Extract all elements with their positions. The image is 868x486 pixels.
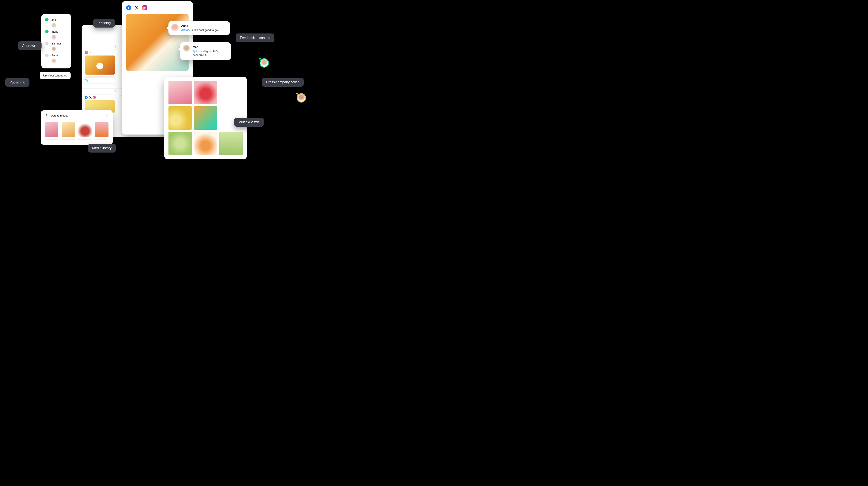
avatar (52, 23, 56, 28)
grid-tile[interactable] (194, 132, 217, 155)
calendar-date: 9 (115, 90, 116, 93)
approval-item[interactable]: Samuel (45, 42, 67, 45)
pending-icon (45, 42, 49, 45)
grid-view-card (164, 77, 247, 159)
tag-approvals: Approvals (18, 41, 41, 50)
approval-item[interactable]: Jack (45, 18, 67, 22)
tag-cross-company: Cross-company collab (262, 78, 304, 87)
upload-icon[interactable] (45, 114, 48, 118)
comment-bubble[interactable]: Anna @Mark is this post good to go? (168, 21, 230, 35)
media-library-card: Upload media ✕ (41, 110, 113, 145)
x-icon[interactable] (134, 5, 139, 10)
media-item[interactable] (79, 122, 92, 140)
calendar-cell[interactable]: 2 (82, 44, 118, 88)
approval-item[interactable]: Ingrid (45, 30, 67, 33)
media-item[interactable] (45, 122, 58, 140)
avatar (52, 47, 56, 52)
collab-cursor (297, 93, 306, 102)
upload-media-label: Upload media (51, 114, 68, 117)
avatar (183, 45, 190, 53)
calendar-date: 2 (115, 45, 116, 48)
check-icon (45, 18, 49, 22)
collab-cursor (259, 58, 269, 68)
caption-placeholder (85, 76, 115, 77)
tag-feedback: Feedback in context (236, 33, 274, 42)
grid-tile[interactable] (168, 81, 192, 104)
instagram-icon (93, 96, 96, 99)
clock-icon (43, 74, 46, 77)
svg-point-1 (86, 52, 87, 53)
instagram-icon (85, 51, 88, 54)
svg-point-4 (94, 97, 95, 98)
pending-icon (45, 54, 49, 57)
grid-tile[interactable] (168, 132, 192, 155)
instagram-icon[interactable] (142, 5, 147, 10)
media-grid (168, 81, 243, 155)
approval-item[interactable]: Anne (45, 54, 67, 57)
grid-tile[interactable] (194, 106, 217, 130)
grid-tile[interactable] (168, 106, 192, 130)
post-network-icons (85, 51, 115, 54)
approvals-card: Jack Ingrid Samuel Anne (41, 14, 71, 68)
tag-media-library: Media library (88, 143, 116, 153)
post-thumbnail[interactable] (83, 50, 116, 84)
media-item[interactable] (95, 122, 108, 140)
post-scheduled-label: Post scheduled (48, 74, 67, 77)
check-icon (85, 79, 88, 82)
comment-text: @Anna all good let's schedule it. (193, 50, 227, 57)
approval-name: Anne (52, 54, 58, 57)
approval-name: Samuel (52, 42, 61, 45)
tag-planning: Planning (93, 19, 115, 28)
tiktok-icon (89, 51, 92, 54)
grid-tile[interactable] (194, 81, 217, 104)
post-scheduled-pill: Post scheduled (40, 72, 70, 79)
avatar (171, 24, 179, 31)
preview-network-icons (126, 5, 189, 10)
post-network-icons (85, 96, 115, 99)
tag-publishing: Publishing (5, 78, 29, 87)
facebook-icon (85, 96, 88, 99)
svg-point-6 (144, 7, 145, 8)
comment-author: Anna (181, 24, 226, 27)
facebook-icon[interactable] (126, 5, 131, 10)
x-icon (89, 96, 92, 99)
check-icon (45, 30, 49, 33)
svg-point-2 (87, 52, 87, 52)
cursor-icon (296, 92, 300, 96)
avatar (52, 59, 56, 63)
avatar (52, 35, 56, 40)
approval-name: Jack (52, 18, 57, 22)
svg-point-7 (145, 7, 146, 7)
media-item[interactable] (62, 122, 75, 140)
grid-tile[interactable] (219, 132, 243, 155)
comment-author: Mark (193, 45, 227, 48)
comment-text: @Mark is this post good to go? (181, 28, 226, 32)
tag-multiple-views: Multiple views (234, 118, 264, 127)
cursor-icon (258, 57, 262, 61)
media-items-row (45, 122, 108, 140)
comment-bubble[interactable]: Mark @Anna all good let's schedule it. (180, 42, 231, 60)
close-icon[interactable]: ✕ (106, 114, 108, 118)
grid-tile-empty (219, 81, 243, 104)
approval-name: Ingrid (52, 30, 59, 33)
post-media-image (85, 56, 115, 74)
svg-rect-3 (94, 96, 96, 99)
